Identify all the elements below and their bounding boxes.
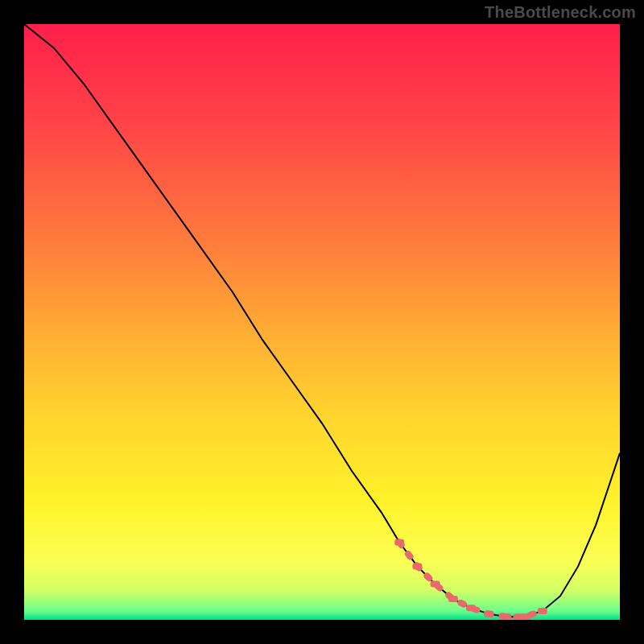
flat-marker bbox=[394, 539, 404, 546]
chart-svg bbox=[24, 24, 620, 620]
flat-marker bbox=[502, 613, 511, 620]
flat-marker bbox=[520, 613, 530, 620]
flat-marker bbox=[484, 611, 493, 617]
gradient-background bbox=[24, 24, 620, 620]
flat-marker bbox=[431, 581, 440, 588]
plot-area bbox=[24, 24, 620, 620]
watermark-text: TheBottleneck.com bbox=[485, 3, 636, 22]
flat-marker bbox=[538, 608, 547, 614]
flat-marker bbox=[412, 563, 422, 569]
flat-marker bbox=[466, 605, 476, 611]
flat-marker bbox=[448, 596, 458, 602]
chart-frame: TheBottleneck.com bbox=[0, 0, 644, 644]
